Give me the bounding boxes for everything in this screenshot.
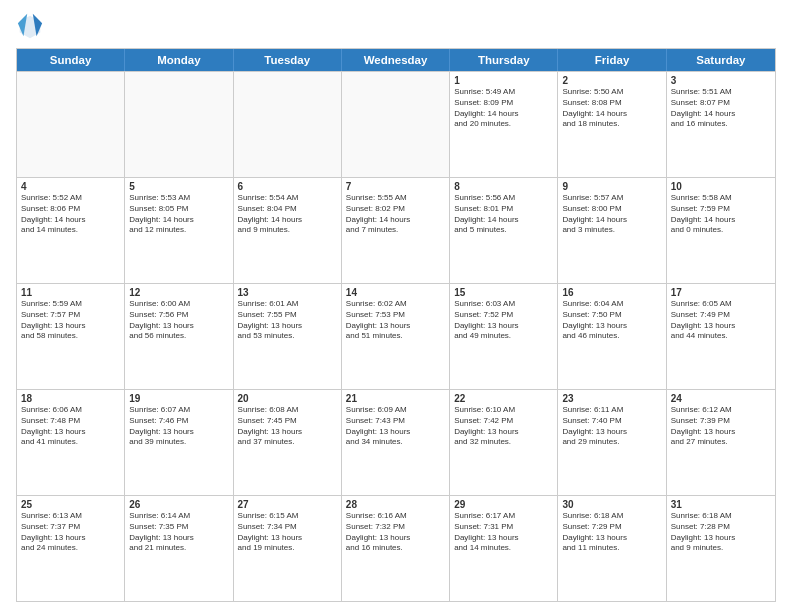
day-number: 3 <box>671 75 771 86</box>
day-cell: 24Sunrise: 6:12 AM Sunset: 7:39 PM Dayli… <box>667 390 775 495</box>
day-info: Sunrise: 5:49 AM Sunset: 8:09 PM Dayligh… <box>454 87 553 130</box>
day-cell: 14Sunrise: 6:02 AM Sunset: 7:53 PM Dayli… <box>342 284 450 389</box>
day-header-sunday: Sunday <box>17 49 125 71</box>
day-info: Sunrise: 6:06 AM Sunset: 7:48 PM Dayligh… <box>21 405 120 448</box>
day-number: 27 <box>238 499 337 510</box>
day-info: Sunrise: 6:11 AM Sunset: 7:40 PM Dayligh… <box>562 405 661 448</box>
day-number: 8 <box>454 181 553 192</box>
week-row-2: 4Sunrise: 5:52 AM Sunset: 8:06 PM Daylig… <box>17 177 775 283</box>
day-cell: 3Sunrise: 5:51 AM Sunset: 8:07 PM Daylig… <box>667 72 775 177</box>
day-number: 10 <box>671 181 771 192</box>
week-row-4: 18Sunrise: 6:06 AM Sunset: 7:48 PM Dayli… <box>17 389 775 495</box>
week-row-5: 25Sunrise: 6:13 AM Sunset: 7:37 PM Dayli… <box>17 495 775 601</box>
day-info: Sunrise: 6:16 AM Sunset: 7:32 PM Dayligh… <box>346 511 445 554</box>
day-number: 2 <box>562 75 661 86</box>
day-cell: 2Sunrise: 5:50 AM Sunset: 8:08 PM Daylig… <box>558 72 666 177</box>
day-number: 23 <box>562 393 661 404</box>
day-info: Sunrise: 6:07 AM Sunset: 7:46 PM Dayligh… <box>129 405 228 448</box>
day-number: 6 <box>238 181 337 192</box>
day-cell: 21Sunrise: 6:09 AM Sunset: 7:43 PM Dayli… <box>342 390 450 495</box>
day-number: 1 <box>454 75 553 86</box>
day-info: Sunrise: 5:56 AM Sunset: 8:01 PM Dayligh… <box>454 193 553 236</box>
day-number: 25 <box>21 499 120 510</box>
week-row-3: 11Sunrise: 5:59 AM Sunset: 7:57 PM Dayli… <box>17 283 775 389</box>
day-number: 19 <box>129 393 228 404</box>
day-cell: 11Sunrise: 5:59 AM Sunset: 7:57 PM Dayli… <box>17 284 125 389</box>
logo-icon <box>16 12 44 40</box>
day-header-tuesday: Tuesday <box>234 49 342 71</box>
day-info: Sunrise: 5:57 AM Sunset: 8:00 PM Dayligh… <box>562 193 661 236</box>
day-number: 21 <box>346 393 445 404</box>
day-number: 14 <box>346 287 445 298</box>
day-cell <box>234 72 342 177</box>
day-number: 9 <box>562 181 661 192</box>
day-cell: 26Sunrise: 6:14 AM Sunset: 7:35 PM Dayli… <box>125 496 233 601</box>
day-number: 5 <box>129 181 228 192</box>
day-info: Sunrise: 6:00 AM Sunset: 7:56 PM Dayligh… <box>129 299 228 342</box>
day-cell: 18Sunrise: 6:06 AM Sunset: 7:48 PM Dayli… <box>17 390 125 495</box>
day-info: Sunrise: 6:09 AM Sunset: 7:43 PM Dayligh… <box>346 405 445 448</box>
logo <box>16 12 48 40</box>
day-number: 16 <box>562 287 661 298</box>
day-number: 26 <box>129 499 228 510</box>
day-cell: 4Sunrise: 5:52 AM Sunset: 8:06 PM Daylig… <box>17 178 125 283</box>
day-number: 11 <box>21 287 120 298</box>
day-number: 28 <box>346 499 445 510</box>
day-info: Sunrise: 6:05 AM Sunset: 7:49 PM Dayligh… <box>671 299 771 342</box>
day-info: Sunrise: 6:15 AM Sunset: 7:34 PM Dayligh… <box>238 511 337 554</box>
day-number: 31 <box>671 499 771 510</box>
day-info: Sunrise: 6:17 AM Sunset: 7:31 PM Dayligh… <box>454 511 553 554</box>
day-cell: 16Sunrise: 6:04 AM Sunset: 7:50 PM Dayli… <box>558 284 666 389</box>
day-headers: SundayMondayTuesdayWednesdayThursdayFrid… <box>17 49 775 71</box>
day-header-wednesday: Wednesday <box>342 49 450 71</box>
day-header-friday: Friday <box>558 49 666 71</box>
day-number: 13 <box>238 287 337 298</box>
day-cell: 19Sunrise: 6:07 AM Sunset: 7:46 PM Dayli… <box>125 390 233 495</box>
day-info: Sunrise: 5:52 AM Sunset: 8:06 PM Dayligh… <box>21 193 120 236</box>
day-cell <box>342 72 450 177</box>
page: SundayMondayTuesdayWednesdayThursdayFrid… <box>0 0 792 612</box>
day-cell: 29Sunrise: 6:17 AM Sunset: 7:31 PM Dayli… <box>450 496 558 601</box>
day-number: 24 <box>671 393 771 404</box>
day-cell: 9Sunrise: 5:57 AM Sunset: 8:00 PM Daylig… <box>558 178 666 283</box>
day-cell: 6Sunrise: 5:54 AM Sunset: 8:04 PM Daylig… <box>234 178 342 283</box>
day-cell: 20Sunrise: 6:08 AM Sunset: 7:45 PM Dayli… <box>234 390 342 495</box>
day-cell: 15Sunrise: 6:03 AM Sunset: 7:52 PM Dayli… <box>450 284 558 389</box>
day-number: 4 <box>21 181 120 192</box>
day-info: Sunrise: 5:58 AM Sunset: 7:59 PM Dayligh… <box>671 193 771 236</box>
day-number: 20 <box>238 393 337 404</box>
day-cell: 1Sunrise: 5:49 AM Sunset: 8:09 PM Daylig… <box>450 72 558 177</box>
day-info: Sunrise: 6:18 AM Sunset: 7:28 PM Dayligh… <box>671 511 771 554</box>
day-cell: 30Sunrise: 6:18 AM Sunset: 7:29 PM Dayli… <box>558 496 666 601</box>
day-number: 12 <box>129 287 228 298</box>
day-cell <box>125 72 233 177</box>
day-info: Sunrise: 6:12 AM Sunset: 7:39 PM Dayligh… <box>671 405 771 448</box>
day-header-saturday: Saturday <box>667 49 775 71</box>
day-number: 15 <box>454 287 553 298</box>
day-info: Sunrise: 5:50 AM Sunset: 8:08 PM Dayligh… <box>562 87 661 130</box>
day-info: Sunrise: 6:18 AM Sunset: 7:29 PM Dayligh… <box>562 511 661 554</box>
calendar: SundayMondayTuesdayWednesdayThursdayFrid… <box>16 48 776 602</box>
day-info: Sunrise: 6:03 AM Sunset: 7:52 PM Dayligh… <box>454 299 553 342</box>
day-number: 17 <box>671 287 771 298</box>
header <box>16 12 776 40</box>
day-number: 29 <box>454 499 553 510</box>
day-info: Sunrise: 5:59 AM Sunset: 7:57 PM Dayligh… <box>21 299 120 342</box>
day-cell: 13Sunrise: 6:01 AM Sunset: 7:55 PM Dayli… <box>234 284 342 389</box>
day-cell: 12Sunrise: 6:00 AM Sunset: 7:56 PM Dayli… <box>125 284 233 389</box>
day-cell: 7Sunrise: 5:55 AM Sunset: 8:02 PM Daylig… <box>342 178 450 283</box>
day-number: 18 <box>21 393 120 404</box>
day-number: 22 <box>454 393 553 404</box>
day-info: Sunrise: 5:54 AM Sunset: 8:04 PM Dayligh… <box>238 193 337 236</box>
day-info: Sunrise: 5:55 AM Sunset: 8:02 PM Dayligh… <box>346 193 445 236</box>
day-number: 7 <box>346 181 445 192</box>
day-cell: 8Sunrise: 5:56 AM Sunset: 8:01 PM Daylig… <box>450 178 558 283</box>
day-info: Sunrise: 6:04 AM Sunset: 7:50 PM Dayligh… <box>562 299 661 342</box>
day-info: Sunrise: 5:53 AM Sunset: 8:05 PM Dayligh… <box>129 193 228 236</box>
day-cell: 28Sunrise: 6:16 AM Sunset: 7:32 PM Dayli… <box>342 496 450 601</box>
day-info: Sunrise: 5:51 AM Sunset: 8:07 PM Dayligh… <box>671 87 771 130</box>
day-header-thursday: Thursday <box>450 49 558 71</box>
day-cell: 23Sunrise: 6:11 AM Sunset: 7:40 PM Dayli… <box>558 390 666 495</box>
day-cell: 17Sunrise: 6:05 AM Sunset: 7:49 PM Dayli… <box>667 284 775 389</box>
day-number: 30 <box>562 499 661 510</box>
